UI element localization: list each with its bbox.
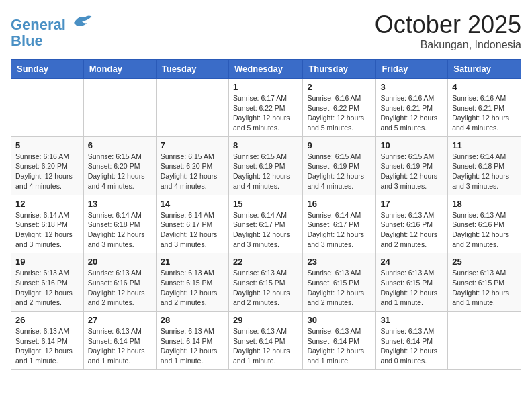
calendar-cell: 9Sunrise: 6:15 AM Sunset: 6:19 PM Daylig…	[303, 136, 376, 195]
day-info: Sunrise: 6:16 AM Sunset: 6:20 PM Dayligh…	[15, 152, 79, 191]
calendar-cell	[83, 79, 156, 137]
day-info: Sunrise: 6:13 AM Sunset: 6:15 PM Dayligh…	[380, 268, 443, 308]
title-block: October 2025 Bakungan, Indonesia	[375, 11, 521, 51]
weekday-header-saturday: Saturday	[448, 60, 521, 79]
calendar-header-row: SundayMondayTuesdayWednesdayThursdayFrid…	[11, 60, 521, 79]
day-number: 13	[88, 199, 152, 209]
day-number: 17	[380, 199, 443, 209]
calendar-cell: 25Sunrise: 6:13 AM Sunset: 6:15 PM Dayli…	[448, 253, 521, 312]
day-number: 5	[15, 140, 79, 150]
day-info: Sunrise: 6:15 AM Sunset: 6:19 PM Dayligh…	[307, 152, 371, 191]
calendar-cell: 21Sunrise: 6:13 AM Sunset: 6:15 PM Dayli…	[156, 253, 228, 312]
day-info: Sunrise: 6:15 AM Sunset: 6:20 PM Dayligh…	[88, 152, 152, 191]
calendar-week-2: 5Sunrise: 6:16 AM Sunset: 6:20 PM Daylig…	[11, 136, 521, 195]
calendar-cell: 28Sunrise: 6:13 AM Sunset: 6:14 PM Dayli…	[156, 312, 228, 370]
day-info: Sunrise: 6:13 AM Sunset: 6:14 PM Dayligh…	[307, 326, 371, 366]
day-info: Sunrise: 6:15 AM Sunset: 6:19 PM Dayligh…	[380, 152, 443, 191]
weekday-header-wednesday: Wednesday	[228, 60, 302, 79]
day-info: Sunrise: 6:13 AM Sunset: 6:15 PM Dayligh…	[307, 268, 371, 308]
calendar-week-5: 26Sunrise: 6:13 AM Sunset: 6:14 PM Dayli…	[11, 312, 521, 370]
calendar-cell: 12Sunrise: 6:14 AM Sunset: 6:18 PM Dayli…	[11, 195, 84, 253]
day-info: Sunrise: 6:14 AM Sunset: 6:17 PM Dayligh…	[161, 210, 224, 250]
calendar-week-1: 1Sunrise: 6:17 AM Sunset: 6:22 PM Daylig…	[11, 79, 521, 137]
calendar-cell: 15Sunrise: 6:14 AM Sunset: 6:17 PM Dayli…	[228, 195, 302, 253]
day-number: 4	[452, 82, 517, 92]
calendar-table: SundayMondayTuesdayWednesdayThursdayFrid…	[11, 59, 521, 370]
day-number: 14	[161, 199, 224, 209]
day-info: Sunrise: 6:13 AM Sunset: 6:15 PM Dayligh…	[161, 268, 224, 308]
day-number: 6	[88, 140, 152, 150]
day-number: 21	[161, 257, 224, 267]
weekday-header-friday: Friday	[376, 60, 448, 79]
day-info: Sunrise: 6:15 AM Sunset: 6:20 PM Dayligh…	[161, 152, 224, 191]
day-number: 16	[307, 199, 371, 209]
day-number: 28	[161, 315, 224, 325]
calendar-cell: 5Sunrise: 6:16 AM Sunset: 6:20 PM Daylig…	[11, 136, 84, 195]
calendar-cell: 17Sunrise: 6:13 AM Sunset: 6:16 PM Dayli…	[376, 195, 448, 253]
day-info: Sunrise: 6:16 AM Sunset: 6:22 PM Dayligh…	[307, 93, 371, 133]
calendar-cell: 27Sunrise: 6:13 AM Sunset: 6:14 PM Dayli…	[83, 312, 156, 370]
calendar-cell: 20Sunrise: 6:13 AM Sunset: 6:16 PM Dayli…	[83, 253, 156, 312]
calendar-cell: 31Sunrise: 6:13 AM Sunset: 6:14 PM Dayli…	[376, 312, 448, 370]
calendar-cell: 29Sunrise: 6:13 AM Sunset: 6:14 PM Dayli…	[228, 312, 302, 370]
month-title: October 2025	[375, 11, 521, 39]
calendar-cell: 6Sunrise: 6:15 AM Sunset: 6:20 PM Daylig…	[83, 136, 156, 195]
weekday-header-sunday: Sunday	[11, 60, 84, 79]
calendar-cell: 1Sunrise: 6:17 AM Sunset: 6:22 PM Daylig…	[228, 79, 302, 137]
day-info: Sunrise: 6:17 AM Sunset: 6:22 PM Dayligh…	[233, 93, 298, 133]
day-info: Sunrise: 6:13 AM Sunset: 6:14 PM Dayligh…	[380, 326, 443, 366]
calendar-cell: 8Sunrise: 6:15 AM Sunset: 6:19 PM Daylig…	[228, 136, 302, 195]
day-info: Sunrise: 6:13 AM Sunset: 6:15 PM Dayligh…	[452, 268, 517, 308]
day-number: 7	[161, 140, 224, 150]
calendar-cell: 2Sunrise: 6:16 AM Sunset: 6:22 PM Daylig…	[303, 79, 376, 137]
calendar-cell: 4Sunrise: 6:16 AM Sunset: 6:21 PM Daylig…	[448, 79, 521, 137]
calendar-cell: 13Sunrise: 6:14 AM Sunset: 6:18 PM Dayli…	[83, 195, 156, 253]
calendar-cell: 10Sunrise: 6:15 AM Sunset: 6:19 PM Dayli…	[376, 136, 448, 195]
weekday-header-thursday: Thursday	[303, 60, 376, 79]
day-number: 12	[15, 199, 79, 209]
day-number: 30	[307, 315, 371, 325]
day-number: 10	[380, 140, 443, 150]
day-number: 27	[88, 315, 152, 325]
calendar-cell	[11, 79, 84, 137]
day-info: Sunrise: 6:16 AM Sunset: 6:21 PM Dayligh…	[380, 93, 443, 133]
day-info: Sunrise: 6:14 AM Sunset: 6:17 PM Dayligh…	[307, 210, 371, 250]
day-info: Sunrise: 6:13 AM Sunset: 6:15 PM Dayligh…	[233, 268, 298, 308]
calendar-cell: 19Sunrise: 6:13 AM Sunset: 6:16 PM Dayli…	[11, 253, 84, 312]
weekday-header-monday: Monday	[83, 60, 156, 79]
calendar-cell: 22Sunrise: 6:13 AM Sunset: 6:15 PM Dayli…	[228, 253, 302, 312]
day-info: Sunrise: 6:13 AM Sunset: 6:14 PM Dayligh…	[233, 326, 298, 366]
day-number: 3	[380, 82, 443, 92]
day-number: 9	[307, 140, 371, 150]
day-number: 20	[88, 257, 152, 267]
calendar-cell: 11Sunrise: 6:14 AM Sunset: 6:18 PM Dayli…	[448, 136, 521, 195]
day-info: Sunrise: 6:15 AM Sunset: 6:19 PM Dayligh…	[233, 152, 298, 191]
calendar-cell: 18Sunrise: 6:13 AM Sunset: 6:16 PM Dayli…	[448, 195, 521, 253]
weekday-header-tuesday: Tuesday	[156, 60, 228, 79]
calendar-cell	[448, 312, 521, 370]
day-info: Sunrise: 6:14 AM Sunset: 6:18 PM Dayligh…	[88, 210, 152, 250]
day-number: 18	[452, 199, 517, 209]
day-number: 31	[380, 315, 443, 325]
logo-bird-icon	[71, 11, 93, 30]
day-info: Sunrise: 6:13 AM Sunset: 6:16 PM Dayligh…	[452, 210, 517, 250]
day-info: Sunrise: 6:13 AM Sunset: 6:14 PM Dayligh…	[15, 326, 79, 366]
calendar-cell: 24Sunrise: 6:13 AM Sunset: 6:15 PM Dayli…	[376, 253, 448, 312]
day-number: 19	[15, 257, 79, 267]
logo-text: General	[11, 11, 93, 33]
day-number: 25	[452, 257, 517, 267]
day-info: Sunrise: 6:13 AM Sunset: 6:16 PM Dayligh…	[15, 268, 79, 308]
day-number: 24	[380, 257, 443, 267]
day-info: Sunrise: 6:13 AM Sunset: 6:14 PM Dayligh…	[88, 326, 152, 366]
day-number: 8	[233, 140, 298, 150]
day-info: Sunrise: 6:13 AM Sunset: 6:14 PM Dayligh…	[161, 326, 224, 366]
day-info: Sunrise: 6:14 AM Sunset: 6:18 PM Dayligh…	[15, 210, 79, 250]
calendar-week-4: 19Sunrise: 6:13 AM Sunset: 6:16 PM Dayli…	[11, 253, 521, 312]
location: Bakungan, Indonesia	[375, 39, 521, 51]
day-number: 2	[307, 82, 371, 92]
calendar-cell: 26Sunrise: 6:13 AM Sunset: 6:14 PM Dayli…	[11, 312, 84, 370]
day-number: 26	[15, 315, 79, 325]
day-number: 29	[233, 315, 298, 325]
calendar-cell: 16Sunrise: 6:14 AM Sunset: 6:17 PM Dayli…	[303, 195, 376, 253]
day-info: Sunrise: 6:13 AM Sunset: 6:16 PM Dayligh…	[380, 210, 443, 250]
